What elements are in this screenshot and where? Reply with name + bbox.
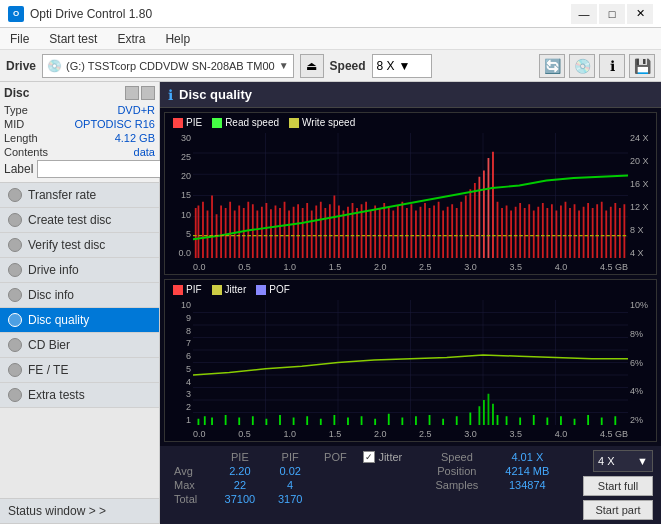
jitter-checkbox[interactable]: ✓ <box>363 451 375 463</box>
svg-rect-40 <box>329 204 331 258</box>
y-label-20: 20 <box>181 171 191 181</box>
lower-chart-y-labels-right: 10% 8% 6% 4% 2% <box>628 300 656 425</box>
svg-rect-80 <box>510 211 512 259</box>
maximize-button[interactable]: □ <box>599 4 625 24</box>
nav-verify-test-disc-label: Verify test disc <box>28 238 105 252</box>
svg-rect-130 <box>320 419 322 425</box>
nav-disc-quality-label: Disc quality <box>28 313 89 327</box>
svg-rect-42 <box>338 206 340 259</box>
stats-area: PIE PIF POF ✓ Jitter Speed 4.01 X <box>160 446 661 524</box>
jitter-legend-dot <box>212 285 222 295</box>
svg-rect-50 <box>374 206 376 259</box>
svg-rect-92 <box>565 202 567 258</box>
nav-create-test-disc[interactable]: Create test disc <box>0 208 159 233</box>
svg-rect-35 <box>306 203 308 258</box>
lower-yr-6pct: 6% <box>630 358 643 368</box>
svg-rect-90 <box>556 211 558 259</box>
svg-rect-133 <box>361 416 363 425</box>
nav-verify-test-disc[interactable]: Verify test disc <box>0 233 159 258</box>
status-window-button[interactable]: Status window > > <box>0 499 159 524</box>
sidebar: Disc Type DVD+R MID OPTODISC R16 Length … <box>0 82 160 524</box>
lx-1.0: 1.0 <box>283 429 296 439</box>
x-4.5: 4.5 GB <box>600 262 628 272</box>
svg-rect-97 <box>587 203 589 258</box>
minimize-button[interactable]: — <box>571 4 597 24</box>
speed-label: Speed <box>330 59 366 73</box>
nav-disc-quality[interactable]: Disc quality <box>0 308 159 333</box>
menu-extra[interactable]: Extra <box>113 30 149 48</box>
start-part-button[interactable]: Start part <box>583 500 653 520</box>
svg-rect-68 <box>456 208 458 258</box>
nav-extra-tests[interactable]: Extra tests <box>0 383 159 408</box>
speed-dropdown-arrow: ▼ <box>399 59 411 73</box>
label-input[interactable] <box>37 160 170 178</box>
col-pie-header: PIE <box>213 450 267 464</box>
menu-help[interactable]: Help <box>161 30 194 48</box>
mid-label: MID <box>4 118 24 130</box>
nav-fe-te[interactable]: FE / TE <box>0 358 159 383</box>
nav-transfer-rate[interactable]: Transfer rate <box>0 183 159 208</box>
lower-yr-10pct: 10% <box>630 300 648 310</box>
pie-legend-label: PIE <box>186 117 202 128</box>
y-right-12x: 12 X <box>630 202 649 212</box>
upper-chart-x-labels: 0.0 0.5 1.0 1.5 2.0 2.5 3.0 3.5 4.0 4.5 … <box>193 262 628 272</box>
refresh-icon-button[interactable]: 🔄 <box>539 54 565 78</box>
svg-rect-95 <box>578 211 580 259</box>
create-test-disc-icon <box>8 213 22 227</box>
info-icon-button[interactable]: ℹ <box>599 54 625 78</box>
read-speed-legend-dot <box>212 118 222 128</box>
menu-file[interactable]: File <box>6 30 33 48</box>
disc-icon-btn[interactable] <box>125 86 139 100</box>
status-window-label: Status window > > <box>8 504 106 518</box>
svg-rect-87 <box>542 203 544 258</box>
position-label: Position <box>422 464 492 478</box>
disc-section-title: Disc <box>4 86 29 100</box>
menu-start-test[interactable]: Start test <box>45 30 101 48</box>
svg-rect-61 <box>424 203 426 258</box>
svg-rect-51 <box>379 208 381 258</box>
disc-icon-button[interactable]: 💿 <box>569 54 595 78</box>
svg-rect-59 <box>415 211 417 259</box>
lx-1.5: 1.5 <box>329 429 342 439</box>
length-label: Length <box>4 132 38 144</box>
x-0.0: 0.0 <box>193 262 206 272</box>
lower-y-9: 9 <box>186 313 191 323</box>
svg-rect-60 <box>420 207 422 258</box>
disc-refresh-btn[interactable] <box>141 86 155 100</box>
svg-rect-57 <box>406 208 408 258</box>
y-label-10: 10 <box>181 210 191 220</box>
lower-yr-4pct: 4% <box>630 386 643 396</box>
speed-select-dark[interactable]: 4 X ▼ <box>593 450 653 472</box>
svg-rect-145 <box>492 404 494 425</box>
close-button[interactable]: ✕ <box>627 4 653 24</box>
save-icon-button[interactable]: 💾 <box>629 54 655 78</box>
svg-rect-11 <box>198 206 200 259</box>
lower-y-1: 1 <box>186 415 191 425</box>
jitter-checkbox-row[interactable]: ✓ Jitter <box>363 451 416 463</box>
svg-rect-54 <box>392 211 394 259</box>
start-full-button[interactable]: Start full <box>583 476 653 496</box>
eject-button[interactable]: ⏏ <box>300 54 324 78</box>
svg-rect-39 <box>324 208 326 258</box>
lower-chart: PIF Jitter POF 10 9 8 7 6 <box>164 279 657 442</box>
svg-rect-41 <box>333 196 335 259</box>
contents-value: data <box>134 146 155 158</box>
svg-rect-43 <box>343 211 345 259</box>
disc-panel: Disc Type DVD+R MID OPTODISC R16 Length … <box>0 82 159 183</box>
avg-pif: 0.02 <box>267 464 313 478</box>
x-1.0: 1.0 <box>283 262 296 272</box>
speed-selector[interactable]: 8 X ▼ <box>372 54 432 78</box>
pif-legend-dot <box>173 285 183 295</box>
lower-yr-2pct: 2% <box>630 415 643 425</box>
window-controls: — □ ✕ <box>571 4 653 24</box>
drive-selector[interactable]: 💿 (G:) TSSTcorp CDDVDW SN-208AB TM00 ▼ <box>42 54 294 78</box>
verify-test-disc-icon <box>8 238 22 252</box>
nav-cd-bier[interactable]: CD Bier <box>0 333 159 358</box>
svg-rect-153 <box>587 415 589 425</box>
svg-rect-75 <box>488 158 490 258</box>
x-1.5: 1.5 <box>329 262 342 272</box>
nav-disc-info[interactable]: Disc info <box>0 283 159 308</box>
nav-drive-info[interactable]: Drive info <box>0 258 159 283</box>
lx-3.5: 3.5 <box>510 429 523 439</box>
x-2.0: 2.0 <box>374 262 387 272</box>
